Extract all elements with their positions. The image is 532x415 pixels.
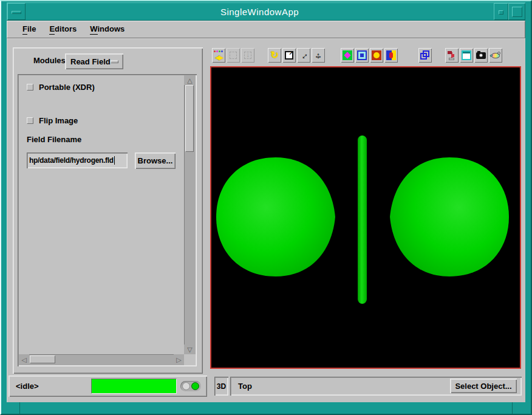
perspective-button[interactable] [418, 48, 432, 63]
view-back-button[interactable] [370, 48, 383, 63]
option-menu-indicator-icon [111, 60, 118, 63]
add-object-button [227, 48, 240, 63]
window-menu-icon [12, 11, 21, 14]
view-side-icon [386, 50, 397, 61]
view-back-icon [371, 50, 382, 61]
snapshot-camera-icon [476, 50, 486, 61]
maximize-icon [512, 7, 522, 17]
view-top-icon [342, 50, 353, 61]
filename-input[interactable]: hp/data/field/hydrogen.fld [27, 153, 128, 168]
view-front-button[interactable] [355, 48, 369, 63]
transform-objects-button[interactable]: ◀▶ [212, 48, 225, 63]
menu-windows[interactable]: Windows [84, 22, 130, 36]
progress-bar [91, 379, 177, 394]
normalize-view-button[interactable]: ↗ [282, 48, 296, 63]
app-window: SingleWindowApp File Editors Windows Mod… [0, 0, 532, 415]
menu-windows-mnemonic: W [90, 25, 97, 35]
menubar: File Editors Windows [7, 21, 525, 38]
run-toggle[interactable] [180, 381, 201, 391]
resize-notch [512, 402, 513, 414]
module-scroll-area: Portable (XDR) Flip Image Field Filename… [18, 74, 197, 366]
module-controls: Portable (XDR) Flip Image Field Filename… [19, 75, 184, 354]
view-front-icon [356, 50, 367, 61]
scroll-down-icon[interactable]: ▽ [184, 345, 196, 354]
portable-xdr-checkbox[interactable] [27, 84, 33, 91]
module-selector-row: Modules Read Field [13, 51, 203, 70]
view-mode-box: 3D [214, 377, 228, 396]
menu-editors[interactable]: Editors [44, 22, 82, 36]
portable-xdr-label: Portable (XDR) [39, 83, 95, 92]
led-on-icon [191, 382, 199, 390]
client-area: Modules Read Field Portable (XDR) Flip I… [7, 38, 525, 402]
led-off-icon [182, 382, 190, 390]
view-side-button[interactable] [384, 48, 398, 63]
current-view-label: Top [238, 382, 252, 391]
flip-image-label: Flip Image [39, 116, 78, 125]
network-editor-icon [446, 50, 457, 61]
menu-file[interactable]: File [17, 22, 41, 36]
scale-mode-icon: ↔ [296, 47, 311, 63]
filename-value: hp/data/field/hydrogen.fld [29, 156, 114, 165]
scroll-left-icon[interactable]: ◁ [19, 354, 29, 365]
add-object-icon [228, 50, 239, 61]
menu-file-mnemonic: F [22, 25, 27, 35]
reset-view-button[interactable]: ↻ [268, 48, 281, 63]
network-editor-button[interactable] [445, 48, 459, 63]
orbital-left-lobe [216, 157, 335, 276]
text-caret [114, 156, 115, 165]
horizontal-scroll-thumb[interactable] [30, 355, 55, 363]
horizontal-scrollbar[interactable]: ◁ ▷ [19, 354, 184, 365]
delete-object-button: ↓ [241, 48, 254, 63]
normalize-view-icon: ↗ [284, 50, 295, 61]
selected-module-label: Read Field [70, 57, 111, 66]
maximize-button[interactable] [508, 3, 525, 20]
scroll-up-icon[interactable]: △ [184, 75, 196, 85]
status-panel: <idle> [9, 376, 207, 397]
modules-label: Modules [33, 56, 66, 65]
perspective-cube-icon [420, 50, 431, 61]
vertical-scrollbar[interactable]: △ ▽ [184, 75, 196, 354]
portable-xdr-checkbox-row[interactable]: Portable (XDR) [27, 83, 95, 92]
delete-object-icon: ↓ [242, 50, 253, 61]
flip-image-checkbox[interactable] [27, 117, 33, 124]
resize-notch [19, 402, 20, 414]
geometry-viewer-button[interactable] [489, 48, 502, 63]
scroll-right-icon[interactable]: ▷ [174, 354, 184, 365]
window-title: SingleWindowApp [26, 3, 494, 20]
render-viewport[interactable] [210, 66, 521, 369]
minimize-button[interactable] [494, 3, 508, 20]
translate-mode-icon: ↔↕ [313, 50, 324, 61]
select-object-button[interactable]: Select Object... [450, 379, 517, 393]
menu-editors-mnemonic: E [49, 25, 55, 35]
status-state-label: <idle> [16, 382, 39, 391]
module-option-menu[interactable]: Read Field [65, 53, 123, 69]
menu-editors-rest: ditors [55, 24, 77, 33]
vertical-scroll-thumb[interactable] [185, 85, 194, 152]
scale-mode-button[interactable]: ↔ [297, 48, 310, 63]
snapshot-button[interactable] [474, 48, 488, 63]
orbital-nodal-disc [358, 135, 367, 304]
viewer-window-button[interactable] [460, 48, 473, 63]
transform-objects-icon: ◀▶ [213, 50, 224, 61]
menu-windows-rest: indows [98, 24, 125, 33]
reset-view-icon: ↻ [269, 50, 280, 61]
orbital-right-lobe [390, 157, 509, 276]
translate-mode-button[interactable]: ↔↕ [312, 48, 325, 63]
minimize-icon [499, 10, 503, 15]
browse-button[interactable]: Browse... [135, 153, 176, 169]
module-panel: Modules Read Field Portable (XDR) Flip I… [13, 47, 203, 374]
view-top-button[interactable] [341, 48, 354, 63]
hydrogen-orbital-render [211, 67, 520, 368]
field-filename-label: Field Filename [27, 135, 81, 144]
flip-image-checkbox-row[interactable]: Flip Image [27, 116, 78, 125]
titlebar: SingleWindowApp [7, 2, 525, 21]
geometry-teapot-icon [490, 50, 501, 61]
menu-file-rest: ile [27, 24, 36, 33]
viewer-window-icon [461, 50, 472, 61]
viewer-status-bar: Top Select Object... [230, 377, 522, 396]
window-menu-button[interactable] [7, 3, 26, 20]
